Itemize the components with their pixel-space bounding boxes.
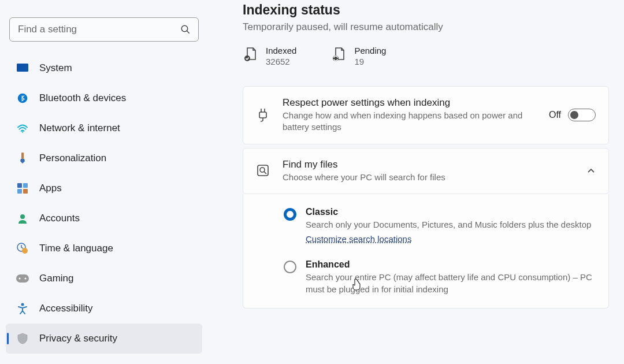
brush-icon (16, 152, 29, 165)
search-input[interactable] (9, 17, 199, 42)
svg-rect-3 (17, 64, 28, 72)
file-search-icon (256, 164, 271, 179)
nav-label: Bluetooth & devices (39, 92, 126, 104)
wifi-icon (16, 122, 29, 135)
nav-label: System (39, 62, 72, 74)
nav-time-language[interactable]: Time & language (6, 233, 202, 263)
nav-accessibility[interactable]: Accessibility (6, 294, 202, 324)
apps-icon (16, 182, 29, 195)
svg-rect-14 (16, 274, 29, 283)
option-description: Search your entire PC (may affect batter… (306, 271, 596, 295)
svg-line-1 (187, 31, 190, 34)
svg-rect-10 (23, 189, 28, 194)
main-content: Indexing status Temporarily paused, will… (208, 0, 624, 364)
stat-value: 19 (354, 57, 386, 66)
toggle-state-label: Off (549, 110, 561, 120)
power-settings-card[interactable]: Respect power settings when indexing Cha… (243, 86, 609, 144)
stat-pending: Pending 19 (331, 46, 386, 66)
nav-network[interactable]: Network & internet (6, 113, 202, 143)
svg-point-16 (25, 278, 27, 280)
nav-label: Time & language (39, 243, 113, 254)
svg-rect-8 (23, 183, 28, 188)
svg-rect-20 (259, 112, 266, 118)
svg-line-25 (264, 172, 266, 174)
svg-point-4 (18, 94, 28, 103)
option-title: Classic (306, 207, 591, 217)
find-files-card[interactable]: Find my files Choose where your PC will … (243, 148, 609, 194)
card-description: Choose where your PC will search for fil… (283, 172, 575, 183)
option-classic[interactable]: Classic Search only your Documents, Pict… (284, 207, 596, 244)
search-icon (180, 24, 191, 35)
stat-value: 32652 (266, 57, 296, 66)
nav-list: System Bluetooth & devices Network & int… (6, 53, 202, 354)
card-description: Change how and when indexing happens bas… (283, 110, 537, 133)
option-title: Enhanced (306, 259, 596, 270)
stat-label: Indexed (266, 46, 296, 55)
sidebar: System Bluetooth & devices Network & int… (0, 0, 208, 364)
svg-rect-6 (21, 153, 24, 159)
nav-bluetooth[interactable]: Bluetooth & devices (6, 83, 202, 113)
svg-rect-7 (17, 183, 22, 188)
svg-point-5 (22, 131, 23, 132)
card-title: Find my files (283, 159, 575, 170)
nav-label: Privacy & security (39, 333, 117, 344)
nav-label: Network & internet (39, 122, 120, 134)
nav-system[interactable]: System (6, 53, 202, 83)
svg-point-0 (181, 25, 188, 32)
card-title: Respect power settings when indexing (283, 97, 537, 109)
svg-rect-9 (17, 189, 22, 194)
bluetooth-icon (16, 92, 29, 105)
radio-classic[interactable] (284, 208, 296, 221)
accessibility-icon (16, 302, 29, 315)
toggle-wrap: Off (549, 109, 596, 121)
stat-label: Pending (354, 46, 386, 55)
nav-privacy-security[interactable]: Privacy & security (6, 324, 202, 354)
person-icon (16, 212, 29, 225)
chevron-up-icon (586, 166, 596, 176)
page-subtitle: Temporarily paused, will resume automati… (243, 21, 609, 33)
shield-icon (16, 332, 29, 345)
nav-label: Accessibility (39, 303, 93, 314)
stat-indexed: Indexed 32652 (243, 46, 296, 66)
svg-point-17 (21, 303, 24, 306)
svg-point-15 (19, 278, 21, 280)
nav-accounts[interactable]: Accounts (6, 203, 202, 233)
nav-label: Apps (39, 183, 62, 194)
power-toggle[interactable] (568, 109, 596, 121)
radio-enhanced[interactable] (284, 261, 296, 273)
plug-icon (256, 107, 271, 122)
nav-label: Gaming (39, 273, 74, 284)
option-enhanced[interactable]: Enhanced Search your entire PC (may affe… (284, 259, 596, 295)
nav-label: Accounts (39, 213, 80, 224)
search-field-wrap (9, 17, 199, 42)
nav-personalization[interactable]: Personalization (6, 143, 202, 173)
nav-label: Personalization (39, 153, 106, 164)
file-sync-icon (331, 47, 346, 62)
nav-apps[interactable]: Apps (6, 173, 202, 203)
page-title: Indexing status (243, 2, 609, 18)
find-files-options: Classic Search only your Documents, Pict… (243, 194, 609, 309)
indexing-stats: Indexed 32652 Pending 19 (243, 46, 609, 66)
display-icon (16, 62, 29, 75)
svg-point-24 (260, 168, 265, 172)
gamepad-icon (16, 272, 29, 285)
clock-globe-icon (16, 242, 29, 255)
svg-point-18 (244, 55, 250, 61)
svg-point-11 (20, 214, 25, 219)
svg-point-13 (22, 248, 28, 254)
customize-locations-link[interactable]: Customize search locations (306, 234, 411, 244)
nav-gaming[interactable]: Gaming (6, 263, 202, 294)
file-check-icon (243, 47, 258, 62)
option-description: Search only your Documents, Pictures, an… (306, 218, 591, 231)
svg-rect-23 (258, 165, 268, 176)
